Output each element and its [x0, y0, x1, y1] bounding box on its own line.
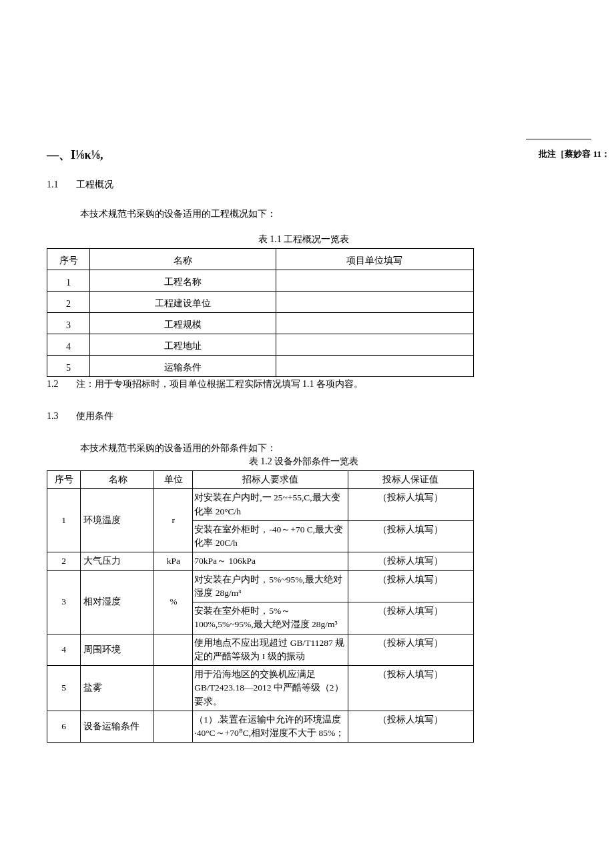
table-2-cell-name: 设备运输条件	[81, 711, 154, 743]
table-2-header-name: 名称	[81, 471, 154, 489]
table-2-cell-name: 大气压力	[81, 552, 154, 570]
table-2-cell-guar: （投标人填写）	[348, 570, 473, 602]
table-2-cell-req: 对安装在户内时,一 25~+55,C,最大变化率 20°C/h	[193, 489, 348, 521]
section-1-2-num: 1.2	[47, 379, 73, 390]
table-1: 序号 名称 项目单位填写 1 工程名称 2 工程建设单位 3 工程规模	[47, 248, 474, 377]
table-row: 3 相对湿度 % 对安装在户内时，5%~95%,最大绝对湿度 28g/m³ （投…	[47, 570, 474, 602]
table-2-cell-guar: （投标人填写）	[348, 666, 473, 711]
table-1-header-fill: 项目单位填写	[276, 249, 473, 270]
table-2-header-row: 序号 名称 单位 招标人要求值 投标人保证值	[47, 471, 474, 489]
table-1-cell-name: 工程地址	[90, 334, 276, 356]
table-2-cell-req: 对安装在户内时，5%~95%,最大绝对湿度 28g/m³	[193, 570, 348, 602]
table-row: 4 工程地址	[47, 334, 474, 356]
table-2: 序号 名称 单位 招标人要求值 投标人保证值 1 环境温度 r 对安装在户内时,…	[47, 470, 474, 743]
table-1-header-name: 名称	[90, 249, 276, 270]
table-row: 3 工程规模	[47, 313, 474, 334]
table-2-cell-name: 周围环境	[81, 634, 154, 666]
comment-underline	[526, 139, 591, 139]
table-row: 1 工程名称	[47, 270, 474, 292]
section-1-2-note: 1.2 注：用于专项招标时，项目单位根据工程实际情况填写 1.1 各项内容。	[47, 378, 561, 390]
table-2-cell-unit	[154, 666, 193, 711]
table-row: 4 周围环境 使用地点不应出现超过 GB/T11287 规定的严酷等级为 I 级…	[47, 634, 474, 666]
table-2-cell-unit: kPa	[154, 552, 193, 570]
table-2-cell-guar: （投标人填写）	[348, 711, 473, 743]
table-1-header-seq: 序号	[47, 249, 90, 270]
table-1-cell-name: 工程名称	[90, 270, 276, 292]
table-1-cell-fill	[276, 356, 473, 377]
table-1-cell-seq: 2	[47, 292, 90, 313]
table-2-cell-unit	[154, 711, 193, 743]
table-2-cell-name: 盐雾	[81, 666, 154, 711]
comment-annotation: 批注［蔡妙容 11：	[539, 148, 610, 160]
section-1-2-text: 注：用于专项招标时，项目单位根据工程实际情况填写 1.1 各项内容。	[76, 379, 364, 389]
table-row: 2 大气压力 kPa 70kPa～ 106kPa （投标人填写）	[47, 552, 474, 570]
table-2-cell-seq: 3	[47, 570, 81, 634]
table-1-cell-name: 工程规模	[90, 313, 276, 334]
table-2-cell-req: 使用地点不应出现超过 GB/T11287 规定的严酷等级为 I 级的振动	[193, 634, 348, 666]
section-1-1-num: 1.1	[47, 179, 73, 190]
heading-1: —、I⅛κ⅛,	[47, 147, 561, 163]
table-2-cell-guar: （投标人填写）	[348, 552, 473, 570]
section-1-1-title: 工程概况	[76, 179, 113, 189]
section-1-1-intro: 本技术规范书采购的设备适用的工程概况如下：	[80, 208, 561, 220]
table-2-cell-name: 相对湿度	[81, 570, 154, 634]
table-2-cell-guar: （投标人填写）	[348, 634, 473, 666]
table-1-cell-seq: 3	[47, 313, 90, 334]
table-2-cell-req: 安装在室外柜时，-40～+70 C,最大变化率 20C/h	[193, 520, 348, 552]
table-2-cell-guar: （投标人填写）	[348, 489, 473, 521]
table-2-cell-req: 用于沿海地区的交换机应满足 GB/T2423.18—2012 中严酷等级（2）要…	[193, 666, 348, 711]
table-2-cell-seq: 6	[47, 711, 81, 743]
table-2-cell-req: （1）.装置在运输中允许的环境温度·40°C～+70⁸C,相对湿度不大于 85%…	[193, 711, 348, 743]
table-2-cell-name: 环境温度	[81, 489, 154, 552]
table-1-header-row: 序号 名称 项目单位填写	[47, 249, 474, 270]
table-2-cell-unit: r	[154, 489, 193, 552]
table-row: 6 设备运输条件 （1）.装置在运输中允许的环境温度·40°C～+70⁸C,相对…	[47, 711, 474, 743]
table-1-cell-fill	[276, 292, 473, 313]
table-2-cell-seq: 5	[47, 666, 81, 711]
table-1-cell-fill	[276, 270, 473, 292]
table-2-header-seq: 序号	[47, 471, 81, 489]
section-1-3-num: 1.3	[47, 411, 73, 422]
section-1-3-intro: 本技术规范书采购的设备适用的外部条件如下：	[80, 442, 561, 454]
table-1-caption: 表 1.1 工程概况一览表	[47, 234, 561, 246]
table-2-header-unit: 单位	[154, 471, 193, 489]
page-body: —、I⅛κ⅛, 1.1 工程概况 本技术规范书采购的设备适用的工程概况如下： 表…	[0, 0, 614, 783]
table-2-cell-guar: （投标人填写）	[348, 520, 473, 552]
section-1-3-title: 使用条件	[76, 411, 113, 421]
table-2-caption: 表 1.2 设备外部条件一览表	[47, 456, 561, 468]
table-2-cell-seq: 4	[47, 634, 81, 666]
table-2-cell-req: 安装在室外柜时，5%～100%,5%~95%,最大绝对湿度 28g/m³	[193, 602, 348, 634]
section-1-3-header: 1.3 使用条件	[47, 410, 561, 422]
table-2-cell-unit: %	[154, 570, 193, 634]
table-row: 2 工程建设单位	[47, 292, 474, 313]
section-1-1-header: 1.1 工程概况	[47, 179, 561, 191]
table-2-header-req: 招标人要求值	[193, 471, 348, 489]
table-2-cell-seq: 2	[47, 552, 81, 570]
table-1-cell-seq: 5	[47, 356, 90, 377]
table-2-cell-guar: （投标人填写）	[348, 602, 473, 634]
table-1-cell-seq: 1	[47, 270, 90, 292]
table-2-cell-seq: 1	[47, 489, 81, 552]
table-1-cell-name: 运输条件	[90, 356, 276, 377]
table-row: 5 运输条件	[47, 356, 474, 377]
table-1-cell-fill	[276, 334, 473, 356]
table-1-cell-name: 工程建设单位	[90, 292, 276, 313]
table-1-cell-fill	[276, 313, 473, 334]
table-2-cell-unit	[154, 634, 193, 666]
table-1-cell-seq: 4	[47, 334, 90, 356]
table-2-header-guar: 投标人保证值	[348, 471, 473, 489]
table-row: 5 盐雾 用于沿海地区的交换机应满足 GB/T2423.18—2012 中严酷等…	[47, 666, 474, 711]
table-2-cell-req: 70kPa～ 106kPa	[193, 552, 348, 570]
table-row: 1 环境温度 r 对安装在户内时,一 25~+55,C,最大变化率 20°C/h…	[47, 489, 474, 521]
